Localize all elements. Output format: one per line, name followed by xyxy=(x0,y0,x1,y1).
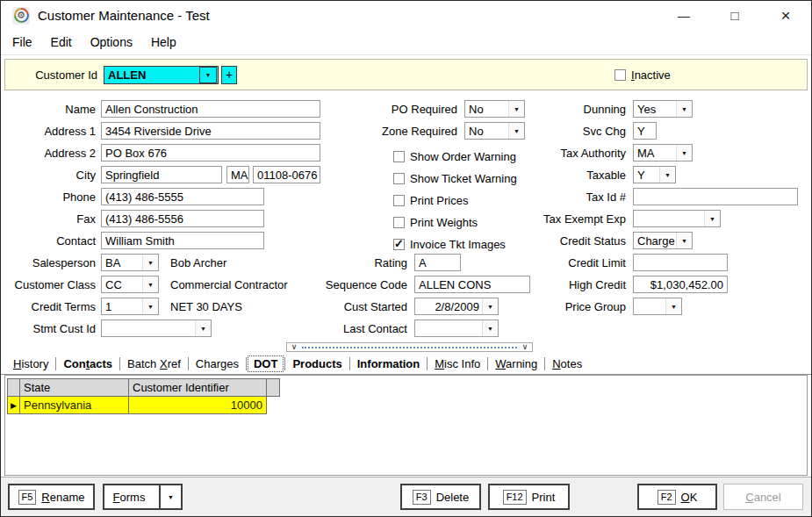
tax-exempt-exp-select[interactable]: ▼ xyxy=(633,210,721,227)
customer-id-select[interactable]: ALLEN ▼ xyxy=(104,66,219,84)
phone-field[interactable]: (413) 486-5555 xyxy=(101,188,264,205)
tax-exempt-exp-label: Tax Exempt Exp xyxy=(519,212,626,226)
price-group-select[interactable]: ▼ xyxy=(633,298,682,315)
add-customer-button[interactable]: + xyxy=(221,66,237,84)
customer-class-select[interactable]: CC▼ xyxy=(101,276,159,293)
state-field[interactable]: MA xyxy=(226,166,249,183)
print-weights-label: Print Weights xyxy=(410,216,478,229)
tax-id-field[interactable] xyxy=(633,188,798,205)
print-prices-label: Print Prices xyxy=(410,194,468,207)
sequence-code-field[interactable]: ALLEN CONS xyxy=(414,276,530,293)
stmt-cust-id-label: Stmt Cust Id xyxy=(1,322,96,335)
address2-field[interactable]: PO Box 676 xyxy=(101,144,320,162)
menu-bar: File Edit Options Help xyxy=(1,30,811,55)
tab-notes[interactable]: Notes xyxy=(547,356,587,371)
show-order-warning-label: Show Order Warning xyxy=(410,150,516,163)
high-credit-field[interactable]: $1,030,452.00 xyxy=(633,276,728,293)
invoice-tkt-images-checkbox[interactable]: ✓ xyxy=(393,239,405,250)
menu-file[interactable]: File xyxy=(12,35,32,49)
tax-authority-select[interactable]: MA▼ xyxy=(633,144,693,162)
col-header-state: State xyxy=(19,378,129,397)
minimize-button[interactable]: — xyxy=(658,1,709,30)
tab-bar: History Contacts Batch Xref Charges DOT … xyxy=(1,353,811,375)
name-field[interactable]: Allen Construction xyxy=(101,100,320,118)
tab-separator xyxy=(544,357,545,370)
city-field[interactable]: Springfield xyxy=(101,166,222,183)
chevron-down-icon: ▼ xyxy=(482,298,498,314)
print-prices-checkbox[interactable] xyxy=(393,195,405,206)
cancel-button-label: Cancel xyxy=(745,491,780,504)
tab-warning[interactable]: Warning xyxy=(490,356,543,371)
last-contact-datepicker[interactable]: ▼ xyxy=(414,320,499,337)
tab-separator xyxy=(487,357,488,370)
credit-limit-field[interactable] xyxy=(633,254,728,271)
tab-separator xyxy=(349,357,350,370)
maximize-button[interactable]: □ xyxy=(709,1,760,30)
menu-help[interactable]: Help xyxy=(151,35,176,49)
chevron-down-icon: ▼ xyxy=(676,101,692,117)
chevron-down-icon: ▼ xyxy=(676,145,692,161)
credit-terms-desc: NET 30 DAYS xyxy=(170,300,242,313)
forms-dropdown-button[interactable]: ▼ xyxy=(159,485,181,508)
rating-field[interactable]: A xyxy=(414,254,461,271)
table-row[interactable]: ▶ Pennsylvania 10000 xyxy=(7,396,280,414)
city-label: City xyxy=(1,169,96,182)
taxable-select[interactable]: Y▼ xyxy=(633,166,676,183)
f12-keycap: F12 xyxy=(503,490,527,505)
cust-started-datepicker[interactable]: 2/8/2009▼ xyxy=(414,298,499,315)
menu-edit[interactable]: Edit xyxy=(51,35,72,49)
cell-customer-identifier[interactable]: 10000 xyxy=(128,396,267,414)
print-button[interactable]: F12 Print xyxy=(488,484,570,510)
tab-misc-info[interactable]: Misc Info xyxy=(429,356,485,371)
show-ticket-warning-checkbox[interactable] xyxy=(393,173,405,184)
salesperson-select[interactable]: BA▼ xyxy=(101,254,159,271)
contact-field[interactable]: William Smith xyxy=(101,232,264,249)
tab-contacts[interactable]: Contacts xyxy=(58,356,118,371)
print-weights-checkbox[interactable] xyxy=(393,217,405,228)
credit-status-select[interactable]: Charge▼ xyxy=(633,232,693,249)
tab-dot[interactable]: DOT xyxy=(248,356,283,371)
row-marker-cell: ▶ xyxy=(7,396,20,414)
forms-button[interactable]: Forms ▼ xyxy=(103,484,183,510)
chevron-down-icon: ▼ xyxy=(168,494,174,500)
delete-button[interactable]: F3 Delete xyxy=(400,484,481,510)
grid-corner-cell xyxy=(7,378,20,397)
tab-information[interactable]: Information xyxy=(352,356,426,371)
collapse-splitter[interactable]: ∨ ∨ xyxy=(286,342,533,352)
taxable-label: Taxable xyxy=(519,169,626,182)
zip-field[interactable]: 01108-0676 xyxy=(253,166,320,183)
inactive-checkbox[interactable] xyxy=(614,69,626,81)
stmt-cust-id-select[interactable]: ▼ xyxy=(101,320,212,337)
f5-keycap: F5 xyxy=(18,490,37,505)
show-order-warning-checkbox[interactable] xyxy=(393,151,405,162)
inactive-label: Inactive xyxy=(631,68,671,82)
tab-history[interactable]: History xyxy=(8,356,54,371)
chevron-down-icon: ▼ xyxy=(205,72,212,78)
svc-chg-field[interactable]: Y xyxy=(633,122,657,140)
tab-charges[interactable]: Charges xyxy=(190,356,244,371)
tab-batch-xref[interactable]: Batch Xref xyxy=(122,356,186,371)
col-header-stub xyxy=(266,378,280,397)
ok-button[interactable]: F2 OK xyxy=(637,484,717,510)
dunning-select[interactable]: Yes▼ xyxy=(633,100,693,118)
po-required-select[interactable]: No▼ xyxy=(464,100,525,118)
row-marker-icon: ▶ xyxy=(11,401,17,410)
customer-id-dropdown-button[interactable]: ▼ xyxy=(199,67,217,83)
customer-class-desc: Commercial Contractor xyxy=(170,278,288,291)
menu-options[interactable]: Options xyxy=(90,35,133,49)
zone-required-select[interactable]: No▼ xyxy=(464,122,525,140)
rename-button[interactable]: F5 Rename xyxy=(8,484,95,510)
tab-products[interactable]: Products xyxy=(287,356,347,371)
credit-terms-label: Credit Terms xyxy=(1,300,96,313)
chevron-down-icon: ∨ xyxy=(287,343,301,351)
address1-field[interactable]: 3454 Riverside Drive xyxy=(101,122,320,140)
cell-state[interactable]: Pennsylvania xyxy=(19,396,129,414)
salesperson-label: Salesperson xyxy=(1,256,96,269)
close-button[interactable]: × xyxy=(760,1,811,30)
fax-field[interactable]: (413) 486-5556 xyxy=(101,210,264,227)
credit-terms-select[interactable]: 1▼ xyxy=(101,298,159,315)
forms-button-label: Forms xyxy=(104,491,154,504)
tax-authority-label: Tax Authority xyxy=(519,147,626,160)
tab-separator xyxy=(246,357,247,370)
cancel-button[interactable]: Cancel xyxy=(723,484,803,510)
